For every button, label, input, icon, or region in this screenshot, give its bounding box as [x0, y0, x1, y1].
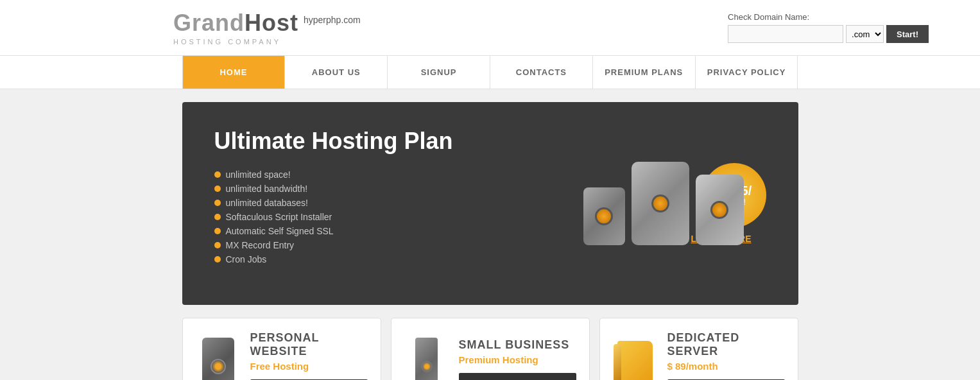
dedicated-subtitle: $ 89/month — [667, 361, 785, 372]
bullet-icon — [214, 200, 221, 206]
dedicated-info: DEDICATED SERVER $ 89/month ORDER NOW — [667, 331, 785, 380]
domain-input[interactable] — [728, 25, 843, 43]
domain-check-area: Check Domain Name: .com .net .org .info … — [728, 12, 929, 43]
folder-dedicated-icon — [617, 341, 653, 381]
bullet-icon — [214, 214, 221, 220]
logo-grand: Grand — [173, 10, 245, 36]
domain-check-label: Check Domain Name: — [728, 12, 809, 22]
start-button[interactable]: Start! — [886, 25, 929, 43]
personal-info: PERSONAL WEBSITE Free Hosting ORDER NOW — [250, 331, 368, 380]
header: GrandHost HOSTING COMPANY hyperphp.com C… — [0, 0, 980, 55]
bullet-icon — [214, 256, 221, 263]
logo-host: Host — [245, 10, 298, 36]
dedicated-icon — [613, 341, 658, 381]
hero-banner: Ultimate Hosting Plan unlimited space! u… — [182, 102, 798, 305]
hosting-cards: PERSONAL WEBSITE Free Hosting ORDER NOW … — [182, 318, 798, 380]
bullet-icon — [214, 242, 221, 248]
card-business: SMALL BUSINESS Premium Hosting ORDER NOW — [391, 318, 590, 380]
dedicated-title: DEDICATED SERVER — [667, 331, 785, 358]
server-personal-icon — [202, 338, 234, 381]
bullet-icon — [214, 228, 221, 234]
server-business-icon — [415, 338, 438, 381]
tld-select[interactable]: .com .net .org .info — [846, 25, 884, 43]
card-personal: PERSONAL WEBSITE Free Hosting ORDER NOW — [182, 318, 381, 380]
business-icon — [404, 338, 449, 381]
feature-6: MX Record Entry — [214, 238, 676, 252]
server-unit-3 — [696, 175, 744, 245]
nav-signup[interactable]: SIGNUP — [388, 56, 490, 89]
server-eye — [710, 201, 728, 219]
business-subtitle: Premium Hosting — [459, 354, 576, 365]
personal-subtitle: Free Hosting — [250, 361, 368, 372]
nav-privacy[interactable]: PRIVACY POLICY — [696, 56, 798, 89]
feature-7: Cron Jobs — [214, 252, 676, 266]
business-info: SMALL BUSINESS Premium Hosting ORDER NOW — [459, 338, 576, 381]
hero-features: unlimited space! unlimited bandwidth! un… — [214, 168, 676, 266]
personal-icon — [196, 338, 241, 381]
bullet-icon — [214, 186, 221, 192]
personal-title: PERSONAL WEBSITE — [250, 331, 368, 358]
card-dedicated: DEDICATED SERVER $ 89/month ORDER NOW — [599, 318, 798, 380]
feature-4: Softaculous Script Installer — [214, 210, 676, 224]
feature-1: unlimited space! — [214, 168, 676, 182]
nav-premium[interactable]: PREMIUM PLANS — [593, 56, 696, 89]
business-order-button[interactable]: ORDER NOW — [459, 373, 576, 381]
nav-contacts[interactable]: CONTACTS — [490, 56, 593, 89]
bullet-icon — [214, 171, 221, 178]
logo-area: GrandHost HOSTING COMPANY hyperphp.com — [173, 10, 361, 46]
hero-content: Ultimate Hosting Plan unlimited space! u… — [214, 128, 676, 279]
logo-title: GrandHost — [173, 10, 298, 37]
logo-subtitle: HOSTING COMPANY — [173, 38, 298, 46]
main-nav: HOME ABOUT US SIGNUP CONTACTS PREMIUM PL… — [0, 55, 980, 89]
business-title: SMALL BUSINESS — [459, 338, 576, 352]
site-url: hyperphp.com — [304, 15, 361, 25]
nav-home[interactable]: HOME — [182, 56, 286, 89]
nav-about[interactable]: ABOUT US — [285, 56, 388, 89]
feature-5: Automatic Self Signed SSL — [214, 224, 676, 238]
hero-title: Ultimate Hosting Plan — [214, 128, 676, 155]
feature-2: unlimited bandwidth! — [214, 182, 676, 196]
server-body-md — [696, 175, 744, 245]
feature-3: unlimited databases! — [214, 196, 676, 210]
